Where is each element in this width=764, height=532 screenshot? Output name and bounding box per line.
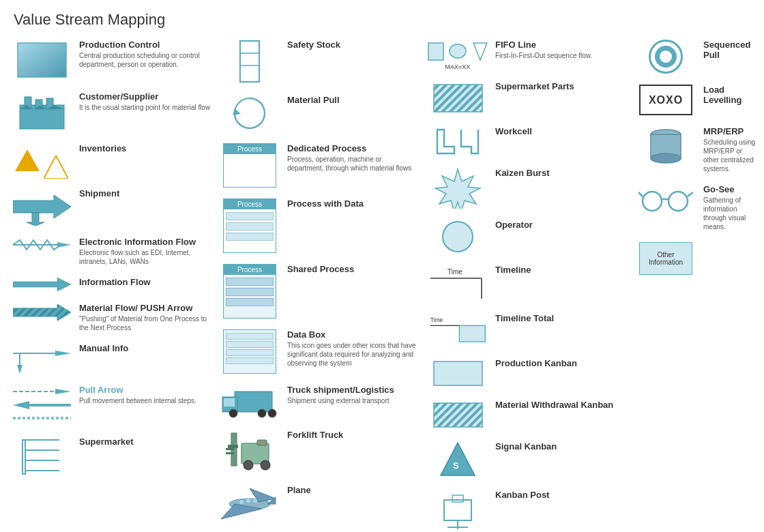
other-information-icon: Other Information — [635, 242, 696, 275]
svg-marker-16 — [55, 351, 71, 356]
dedicated-process-label: Dedicated Process — [287, 143, 419, 153]
truck-shipment-icon — [219, 385, 280, 419]
svg-marker-10 — [57, 242, 71, 248]
item-timeline-total: Time Timeline Total — [423, 308, 631, 353]
fifo-line-label: FIFO Line — [495, 40, 627, 50]
load-levelling-icon: XOXO — [635, 85, 696, 115]
svg-marker-6 — [44, 156, 68, 179]
svg-rect-43 — [226, 452, 234, 454]
electronic-info-flow-label: Electronic Information Flow — [79, 237, 211, 247]
information-flow-icon — [11, 277, 72, 292]
production-kanban-icon — [427, 358, 488, 389]
information-flow-label: Information Flow — [79, 277, 211, 287]
item-safety-stock: Safety Stock — [215, 34, 423, 89]
item-process-with-data: Process Process with Data — [215, 193, 423, 258]
forklift-truck-icon — [219, 430, 280, 474]
timeline-total-label: Timeline Total — [495, 313, 627, 323]
supermarket-parts-label: Supermarket Parts — [495, 81, 627, 91]
plane-icon — [219, 485, 280, 522]
svg-text:Time: Time — [447, 268, 462, 276]
item-operator: Operator — [423, 214, 631, 259]
signal-kanban-icon: S — [427, 441, 488, 479]
svg-point-84 — [651, 153, 681, 163]
data-box-icon — [219, 329, 280, 374]
safety-stock-label: Safety Stock — [287, 40, 419, 50]
production-kanban-label: Production Kanban — [495, 358, 627, 368]
item-fifo-line: MAX=XX FIFO Line First-In-First-Out sequ… — [423, 34, 631, 76]
svg-rect-23 — [23, 440, 25, 474]
data-box-desc: This icon goes under other icons that ha… — [287, 341, 419, 368]
item-production-control: Production Control Central production sc… — [7, 34, 215, 86]
kaizen-burst-label: Kaizen Burst — [495, 168, 627, 178]
item-forklift-truck: Forklift Truck — [215, 424, 423, 479]
svg-marker-32 — [233, 108, 241, 115]
safety-stock-icon — [219, 40, 280, 84]
item-supermarket-parts: Supermarket Parts — [423, 76, 631, 121]
forklift-truck-label: Forklift Truck — [287, 430, 419, 440]
truck-shipment-label: Truck shipment/Logistics — [287, 385, 419, 395]
svg-text:Time: Time — [430, 316, 443, 323]
svg-rect-71 — [459, 325, 485, 342]
svg-rect-0 — [18, 43, 66, 77]
item-material-kanban: Material Withdrawal Kanban — [423, 394, 631, 436]
shipment-icon — [11, 188, 72, 226]
svg-marker-21 — [13, 401, 71, 409]
go-see-label: Go-See — [703, 184, 756, 194]
svg-rect-41 — [228, 445, 238, 448]
plane-label: Plane — [287, 485, 419, 495]
svg-point-52 — [246, 499, 250, 503]
material-flow-label: Material Flow/ PUSH Arrow — [79, 303, 211, 313]
production-control-label: Production Control — [79, 40, 211, 50]
truck-shipment-desc: Shipment using external transport — [287, 396, 419, 405]
svg-marker-18 — [17, 365, 23, 374]
item-load-levelling: XOXO Load Levelling — [631, 79, 761, 121]
data-box-label: Data Box — [287, 329, 419, 340]
item-data-box: Data Box This icon goes under other icon… — [215, 324, 423, 379]
pull-arrow-icon — [11, 385, 72, 426]
item-workcell: Workcell — [423, 121, 631, 162]
item-production-kanban: Production Kanban — [423, 353, 631, 394]
mrp-erp-icon — [635, 126, 696, 167]
svg-rect-72 — [434, 361, 482, 385]
material-flow-icon — [11, 303, 72, 322]
item-other-information: Other Information — [631, 237, 761, 280]
svg-rect-33 — [235, 391, 272, 412]
item-sequenced-pull: Sequenced Pull — [631, 34, 761, 79]
supermarket-icon — [11, 437, 72, 477]
inventories-icon — [11, 143, 72, 177]
pull-arrow-desc: Pull movement between internal steps. — [79, 396, 211, 405]
timeline-total-icon: Time — [427, 313, 488, 347]
supermarket-parts-icon — [427, 81, 488, 115]
inventories-label: Inventories — [79, 143, 211, 153]
signal-kanban-label: Signal Kanban — [495, 441, 627, 452]
shipment-label: Shipment — [79, 188, 211, 198]
load-levelling-label: Load Levelling — [703, 85, 756, 105]
svg-point-65 — [443, 222, 473, 252]
svg-rect-75 — [434, 403, 482, 427]
go-see-icon — [635, 184, 696, 215]
dedicated-process-icon: Process — [219, 143, 280, 188]
svg-rect-42 — [226, 448, 234, 450]
svg-rect-58 — [428, 43, 443, 60]
svg-rect-28 — [240, 41, 259, 82]
svg-point-44 — [244, 460, 253, 470]
item-kaizen-burst: Kaizen Burst — [423, 162, 631, 214]
item-mrp-erp: MRP/ERP Scheduling using MRP/ERP or othe… — [631, 121, 761, 179]
svg-point-38 — [268, 409, 276, 417]
item-pull-arrow: Pull Arrow Pull movement between interna… — [7, 379, 215, 431]
customer-supplier-icon — [11, 91, 72, 132]
kanban-post-label: Kanban Post — [495, 490, 627, 500]
svg-line-89 — [688, 192, 693, 196]
svg-rect-46 — [257, 440, 267, 445]
svg-marker-8 — [27, 213, 44, 226]
process-with-data-label: Process with Data — [287, 198, 419, 209]
operator-icon — [427, 220, 488, 254]
item-ship: Ship — [215, 528, 423, 532]
workcell-icon — [427, 126, 488, 157]
svg-rect-81 — [452, 495, 463, 502]
svg-point-53 — [253, 499, 257, 503]
item-inventories: Inventories — [7, 138, 215, 183]
sequenced-pull-label: Sequenced Pull — [703, 40, 756, 60]
manual-info-label: Manual Info — [79, 343, 211, 353]
svg-rect-22 — [13, 417, 71, 419]
